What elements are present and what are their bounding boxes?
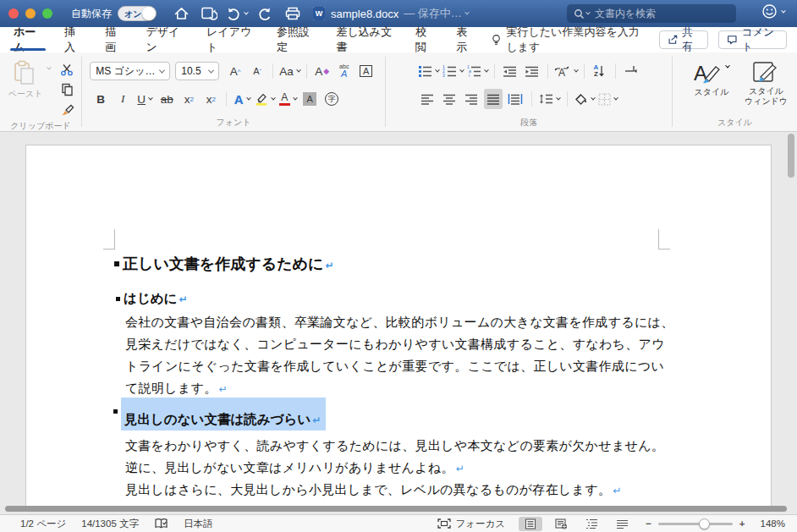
tab-view[interactable]: 表示 (453, 27, 478, 52)
autosave-toggle[interactable]: オン (118, 6, 157, 21)
borders-button[interactable] (598, 89, 618, 109)
styles-window-button[interactable]: スタイル ウィンドウ (745, 60, 788, 106)
phonetic-guide-button[interactable]: abcA (335, 61, 354, 81)
tab-insert[interactable]: 挿入 (61, 27, 86, 52)
zoom-in-button[interactable]: + (739, 518, 745, 529)
numbering-button[interactable]: 123 (442, 61, 464, 81)
zoom-out-button[interactable]: − (646, 518, 651, 529)
heading3-selected[interactable]: 見出しのない文書は読みづらい↵ (124, 411, 321, 429)
align-center-button[interactable] (440, 89, 459, 109)
language-status[interactable]: 日本語 (184, 518, 213, 530)
undo-dropdown-chevron[interactable] (244, 10, 249, 15)
superscript-button[interactable]: x2 (201, 89, 220, 109)
styles-button[interactable]: A スタイル (694, 60, 729, 98)
heading2[interactable]: はじめに↵ (124, 290, 188, 308)
show-formatting-marks-button[interactable] (622, 61, 640, 81)
document-page[interactable]: 正しい文書を作成するために↵ はじめに↵ 会社の文書や自治会の書類、卒業論文など… (25, 145, 772, 508)
clear-formatting-button[interactable]: A◆ (313, 61, 332, 81)
shrink-font-button[interactable]: Aˇ (248, 61, 267, 81)
body-line[interactable]: 見出しはさらに、大見出しから小見出しまで、レベルの異なるものが存在します。↵ (125, 482, 622, 498)
zoom-window-button[interactable] (42, 8, 52, 19)
tab-references[interactable]: 参照設定 (273, 27, 318, 52)
redo-icon[interactable] (254, 3, 276, 25)
tab-design[interactable]: デザイン (142, 27, 188, 52)
highlighter-icon (255, 92, 268, 106)
italic-button[interactable]: I (113, 89, 132, 109)
grow-font-button[interactable]: A^ (226, 61, 245, 81)
align-left-button[interactable] (418, 89, 437, 109)
tab-mailings[interactable]: 差し込み文書 (333, 27, 397, 52)
enclose-characters-button[interactable]: A (357, 61, 376, 81)
highlight-color-button[interactable] (255, 89, 275, 109)
body-line[interactable]: 見栄えだけではなく、コンピューターにもわかりやすい文書構成すること、すなわち、ア… (125, 337, 665, 353)
minimize-window-button[interactable] (25, 8, 36, 19)
title-dropdown-chevron[interactable] (464, 10, 470, 15)
body-line[interactable]: て説明します。↵ (125, 381, 228, 397)
align-right-button[interactable] (462, 89, 481, 109)
paste-button[interactable]: ペースト (8, 60, 43, 100)
proofing-status-icon[interactable] (154, 518, 168, 529)
enclose-character-button[interactable]: 字 (322, 89, 341, 109)
underline-button[interactable]: U (135, 89, 154, 109)
increase-indent-button[interactable] (523, 61, 541, 81)
line-spacing-icon (539, 93, 553, 105)
zoom-slider-thumb[interactable] (699, 518, 710, 529)
decrease-indent-button[interactable] (501, 61, 519, 81)
undo-icon[interactable] (226, 3, 248, 25)
feedback-chevron[interactable] (781, 8, 786, 13)
shading-button[interactable] (574, 89, 595, 109)
save-icon[interactable] (198, 3, 220, 25)
share-button[interactable]: 共有 (659, 30, 709, 49)
focus-mode-button[interactable]: フォーカス (437, 518, 506, 530)
bold-button[interactable]: B (91, 89, 110, 109)
zoom-percentage[interactable]: 148% (761, 518, 785, 529)
sort-button[interactable]: AZ (591, 61, 609, 81)
strikethrough-button[interactable]: ab (157, 89, 176, 109)
increase-indent-icon (525, 66, 539, 77)
comments-button[interactable]: コメント (718, 30, 787, 49)
print-icon[interactable] (282, 3, 304, 25)
home-icon[interactable] (170, 3, 192, 25)
page-count[interactable]: 1/2 ページ (20, 518, 66, 530)
format-painter-button[interactable] (58, 100, 76, 120)
tab-draw[interactable]: 描画 (102, 27, 127, 52)
document-canvas[interactable]: 正しい文書を作成するために↵ はじめに↵ 会社の文書や自治会の書類、卒業論文など… (0, 132, 797, 514)
paste-dropdown-chevron[interactable] (47, 65, 52, 70)
multilevel-list-button[interactable]: 1ai (467, 61, 488, 81)
character-shading-button[interactable]: A (300, 89, 319, 109)
subscript-button[interactable]: x2 (179, 89, 198, 109)
document-search-input[interactable]: 文書内を検索 (567, 4, 736, 23)
tab-home[interactable]: ホーム (10, 27, 46, 52)
zoom-slider[interactable] (658, 523, 733, 525)
word-count[interactable]: 14/1305 文字 (81, 518, 139, 530)
feedback-smiley-icon[interactable] (761, 3, 785, 19)
body-line[interactable]: 会社の文書や自治会の書類、卒業論文など、比較的ボリュームの大きな文書を作成するに… (125, 315, 674, 331)
justify-button[interactable] (484, 89, 503, 109)
distribute-button[interactable] (506, 89, 525, 109)
web-layout-view-button[interactable] (549, 517, 573, 531)
copy-button[interactable] (58, 80, 76, 100)
vertical-scrollbar-thumb[interactable] (788, 134, 794, 178)
cut-button[interactable] (58, 59, 76, 80)
print-layout-view-button[interactable] (519, 517, 542, 531)
horizontal-scrollbar-thumb[interactable] (5, 506, 787, 512)
body-line[interactable]: トラインにそぐった文書を作成していくことが重要です。ここでは、正しい文書作成につ… (125, 359, 664, 375)
search-scope-chevron[interactable] (585, 10, 591, 15)
tell-me-input[interactable]: 実行したい作業内容を入力します (492, 25, 648, 55)
outline-view-button[interactable] (580, 517, 603, 531)
change-case-button[interactable]: Aa (279, 61, 300, 81)
font-size-combo[interactable]: 10.5 (175, 62, 219, 80)
line-spacing-button[interactable] (539, 89, 560, 109)
close-window-button[interactable] (8, 8, 19, 19)
text-effects-button[interactable]: A (233, 89, 251, 109)
body-line[interactable]: 文書をわかりやすく、読みやすくするためには、見出しや本文などの要素が欠かせません… (125, 438, 664, 454)
tab-review[interactable]: 校閲 (412, 27, 437, 52)
heading1[interactable]: 正しい文書を作成するために↵ (123, 254, 333, 274)
draft-view-button[interactable] (610, 517, 634, 531)
tab-layout[interactable]: レイアウト (203, 27, 258, 52)
font-color-button[interactable]: A (278, 89, 297, 109)
text-direction-button[interactable]: A (554, 61, 578, 81)
font-name-combo[interactable]: MS ゴシッ… (90, 62, 170, 80)
body-line[interactable]: 逆に、見出しがない文章はメリハリがありませんよね。↵ (125, 460, 464, 476)
bullets-button[interactable] (418, 61, 439, 81)
